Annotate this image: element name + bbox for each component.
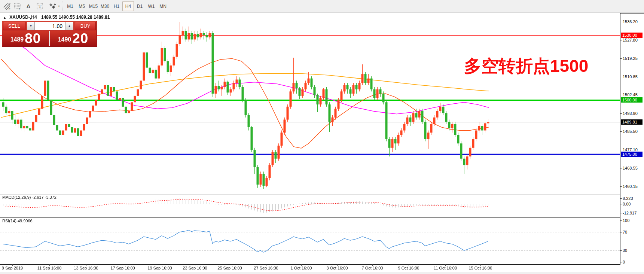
time-tick-label: 23 Sep 16:00 bbox=[183, 266, 207, 270]
macd-tick-label: 8.223 bbox=[623, 196, 633, 201]
time-tick-label: 11 Sep 16:00 bbox=[37, 266, 62, 270]
time-tick-label: 15 Oct 16:00 bbox=[469, 266, 492, 270]
tab-timeframe-w1[interactable]: W1 bbox=[146, 1, 157, 11]
tab-timeframe-m15[interactable]: M15 bbox=[88, 1, 99, 11]
sell-button[interactable]: SELL bbox=[3, 22, 25, 30]
macd-tick-label: 0.00 bbox=[623, 202, 631, 206]
buy-price-main: 1490 bbox=[58, 34, 71, 45]
sell-price-main: 1489 bbox=[10, 34, 24, 45]
svg-text:E: E bbox=[9, 8, 10, 10]
time-tick-label: 9 Oct 16:00 bbox=[398, 266, 419, 270]
sell-price-pips: 80 bbox=[25, 31, 41, 45]
buy-price-pips: 20 bbox=[72, 31, 88, 45]
time-tick-label: 17 Sep 16:00 bbox=[110, 266, 135, 270]
rsi-indicator-label: RSI(14) 49.9066 bbox=[2, 219, 33, 223]
tab-timeframe-h1[interactable]: H1 bbox=[111, 1, 122, 11]
collapse-panel-icon[interactable]: ▲ bbox=[3, 16, 6, 19]
price-chart-canvas[interactable] bbox=[0, 13, 620, 272]
time-tick-label: 27 Sep 16:00 bbox=[254, 266, 278, 270]
macd-indicator-label: MACD(12,26,9) -2.617 -3.372 bbox=[2, 195, 57, 200]
tab-timeframe-d1[interactable]: D1 bbox=[134, 1, 146, 11]
time-tick-label: 1 Oct 16:00 bbox=[291, 266, 312, 270]
volume-stepper: ▼ ▲ bbox=[27, 22, 73, 30]
volume-increase-button[interactable]: ▲ bbox=[65, 22, 73, 30]
tab-timeframe-m5[interactable]: M5 bbox=[76, 1, 88, 11]
price-tick-label: 1510.85 bbox=[623, 74, 638, 79]
tab-timeframe-h4[interactable]: H4 bbox=[122, 1, 134, 11]
mt4-window: E F A T ▾ M1 bbox=[0, 0, 644, 274]
macd-tick-label: -12.917 bbox=[623, 211, 637, 215]
svg-text:F: F bbox=[19, 8, 20, 10]
svg-text:T: T bbox=[39, 4, 42, 9]
time-tick-label: 9 Sep 2019 bbox=[2, 266, 23, 270]
price-tick-label: 1460.15 bbox=[623, 184, 638, 189]
tab-timeframe-mn[interactable]: MN bbox=[157, 1, 169, 11]
chevron-down-icon: ▾ bbox=[58, 4, 59, 8]
trade-controls-row: SELL ▼ ▲ BUY bbox=[2, 21, 97, 31]
rsi-tick-label: 100 bbox=[623, 218, 629, 223]
chart-text-annotation: 多空转折点1500 bbox=[464, 55, 588, 78]
price-tick-label: 1485.50 bbox=[623, 129, 638, 134]
buy-button[interactable]: BUY bbox=[75, 22, 96, 30]
chart-symbol-header: ▲ XAUUSD-,H4 1489.55 1490.55 1489.28 148… bbox=[3, 15, 110, 20]
draw-fibonacci-grid-icon[interactable]: F bbox=[12, 1, 23, 11]
draw-channel-icon[interactable]: E bbox=[1, 1, 13, 11]
time-tick-label: 25 Sep 16:00 bbox=[217, 266, 242, 270]
rsi-tick-label: 70 bbox=[623, 230, 627, 234]
price-tick-label: 1502.45 bbox=[623, 92, 638, 97]
price-tick-label: 1493.90 bbox=[623, 111, 638, 116]
price-level-label: 1475.00 bbox=[621, 152, 643, 157]
one-click-trading-panel: SELL ▼ ▲ BUY 1489 80 1490 20 bbox=[2, 21, 97, 47]
rsi-tick-label: 0 bbox=[623, 260, 625, 264]
time-tick-label: 19 Sep 16:00 bbox=[147, 266, 172, 270]
status-strip bbox=[0, 272, 644, 274]
buy-price-tile[interactable]: 1490 20 bbox=[51, 31, 96, 46]
rsi-tick-label: 30 bbox=[623, 248, 627, 253]
toolbar: E F A T ▾ M1 bbox=[0, 0, 644, 13]
time-tick-label: 13 Sep 16:00 bbox=[74, 266, 98, 270]
text-box-icon[interactable]: T bbox=[34, 1, 46, 11]
tab-timeframe-m1[interactable]: M1 bbox=[64, 1, 76, 11]
volume-decrease-button[interactable]: ▼ bbox=[27, 22, 35, 30]
price-level-label: 1489.81 bbox=[621, 119, 643, 125]
price-level-label: 1530.00 bbox=[621, 33, 643, 38]
time-tick-label: 11 Oct 16:00 bbox=[434, 266, 457, 270]
ohlc-values: 1489.55 1490.55 1489.28 1489.81 bbox=[41, 15, 110, 20]
time-tick-label: 3 Oct 16:00 bbox=[327, 266, 348, 270]
price-tick-label: 1536.20 bbox=[623, 19, 638, 24]
price-tick-label: 1519.25 bbox=[623, 56, 638, 61]
trade-price-row: 1489 80 1490 20 bbox=[2, 31, 97, 47]
symbol-period-label: XAUUSD-,H4 bbox=[9, 15, 37, 20]
price-tick-label: 1468.55 bbox=[623, 166, 638, 170]
toolbar-separator bbox=[62, 1, 63, 11]
objects-arrow-icon[interactable]: ▾ bbox=[47, 1, 61, 11]
price-tick-label: 1527.80 bbox=[623, 38, 638, 42]
text-label-icon[interactable]: A bbox=[23, 1, 34, 11]
time-tick-label: 7 Oct 16:00 bbox=[362, 266, 383, 270]
sell-price-tile[interactable]: 1489 80 bbox=[3, 31, 48, 46]
volume-input[interactable] bbox=[35, 22, 65, 30]
trade-panel-divider bbox=[49, 31, 50, 46]
price-level-label: 1500.00 bbox=[621, 97, 643, 103]
tab-timeframe-m30[interactable]: M30 bbox=[99, 1, 111, 11]
